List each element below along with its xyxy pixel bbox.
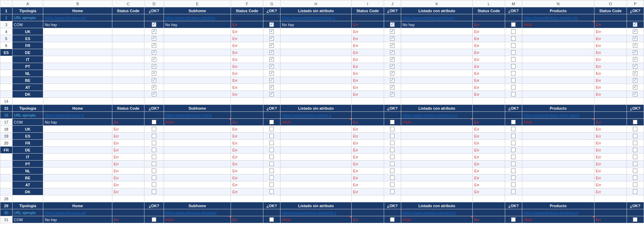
es-url-listadosin[interactable]: https://www.drinksco.es/vinos:1	[280, 14, 352, 21]
es-url-home[interactable]: https://www.drinksco.es/	[43, 14, 112, 21]
de-com-ok3	[384, 216, 401, 223]
de-header-ok3: ¿OK?	[384, 202, 401, 209]
de-url-subhome[interactable]: https://www.drinksco.de/weine	[164, 209, 231, 216]
fr-es-name: ES	[12, 133, 43, 140]
header-ok1: ¿OK?	[144, 7, 164, 14]
row-num-15: 15	[0, 105, 13, 112]
fr-url-statuscode1	[112, 112, 144, 119]
es-de-statuscode2: Err	[231, 49, 263, 56]
fr-url-listadosin[interactable]: https://www.drinksco.fr/vins:1	[280, 112, 352, 119]
es-url-subhome[interactable]: https://www.drinksco.es/vinos	[164, 14, 231, 21]
fr-url-tipologia: URL ejemplo	[12, 112, 43, 119]
es-it-ok2	[263, 56, 280, 63]
col-header-H: G	[263, 0, 280, 7]
header-statuscode3: Status Code	[352, 7, 384, 14]
es-uk-subhome	[164, 28, 231, 35]
row-13-es-dk: DK Err Err Err Err	[0, 91, 644, 98]
header-statuscode1: Status Code	[112, 7, 144, 14]
es-com-ok4	[505, 21, 522, 28]
es-dk-listadocon	[401, 91, 473, 98]
col-header-C: B	[43, 0, 112, 7]
de-url-producto[interactable]: https://www.drinksco.de/ribera-d	[522, 209, 594, 216]
es-fr-producto	[522, 42, 594, 49]
es-fr-ok4	[505, 42, 522, 49]
fr-it-name: IT	[12, 154, 43, 161]
es-be-statuscode3: Err	[352, 77, 384, 84]
row-num-9	[0, 63, 13, 70]
es-url-listadocon[interactable]: https://www.drinksco.es/vinos:t	[401, 14, 473, 21]
fr-url-home[interactable]: https://www.drinksco.fr/	[43, 112, 112, 119]
fr-url-listadocon[interactable]: https://www.drinksco.fr/vins:t:rou	[401, 112, 473, 119]
es-at-home	[43, 84, 112, 91]
de-url-statuscode3	[352, 209, 384, 216]
es-es-ok3	[384, 35, 401, 42]
fr-section-label: FR	[0, 147, 13, 154]
de-header-ok2: ¿OK?	[263, 202, 280, 209]
es-be-statuscode5: Err	[594, 77, 627, 84]
es-pt-statuscode3: Err	[352, 63, 384, 70]
de-header-ok1: ¿OK?	[144, 202, 164, 209]
de-header-ok5: ¿OK?	[627, 202, 644, 209]
es-at-statuscode5: Err	[594, 84, 627, 91]
es-es-statuscode4: Err	[473, 35, 505, 42]
fr-com-listadocon: #N/A	[401, 119, 473, 126]
de-com-ok2	[263, 216, 280, 223]
col-header-N: M	[505, 0, 522, 7]
es-url-producto[interactable]: https://www.drinksco.es/vino-rib	[522, 14, 594, 21]
de-com-ok4	[505, 216, 522, 223]
es-dk-statuscode5: Err	[594, 91, 627, 98]
fr-at-name: AT	[12, 181, 43, 188]
es-es-home	[43, 35, 112, 42]
row-6-es-fr: 6 FR Err Err Err Err	[0, 42, 644, 49]
es-it-statuscode4: Err	[473, 56, 505, 63]
es-fr-statuscode5: Err	[594, 42, 627, 49]
es-it-ok1	[144, 56, 164, 63]
col-header-E: D	[144, 0, 164, 7]
es-url-tipologia: URL ejemplo	[12, 14, 43, 21]
es-de-ok4	[505, 49, 522, 56]
fr-url-producto[interactable]: https://www.drinksco.fr/vin-ribera	[522, 112, 594, 119]
es-dk-home	[43, 91, 112, 98]
de-url-ok5	[627, 209, 644, 216]
es-uk-ok5	[627, 28, 644, 35]
de-url-listadosin[interactable]: https://www.drinksco.de/weine:1	[280, 209, 352, 216]
fr-header-subhome: Subhome	[164, 105, 231, 112]
es-it-ok3	[384, 56, 401, 63]
row-num-30: 30	[0, 209, 13, 216]
row-num-7: ES	[0, 49, 13, 56]
es-be-statuscode4: Err	[473, 77, 505, 84]
es-com-ok3	[384, 21, 401, 28]
row-num-1: 1	[0, 7, 13, 14]
es-it-ok4	[505, 56, 522, 63]
de-url-listadocon[interactable]: https://www.drinksco.de/weine:t	[401, 209, 473, 216]
es-pt-name: PT	[12, 63, 43, 70]
es-at-statuscode3: Err	[352, 84, 384, 91]
de-header-statuscode3	[352, 202, 384, 209]
col-header-D: C	[112, 0, 144, 7]
de-url-home[interactable]: https://www.drinksco.de/	[43, 209, 112, 216]
es-com-ok5	[627, 21, 644, 28]
es-de-name: DE	[12, 49, 43, 56]
de-com-statuscode2: Err	[231, 216, 263, 223]
es-fr-home	[43, 42, 112, 49]
es-es-subhome	[164, 35, 231, 42]
es-de-subhome	[164, 49, 231, 56]
fr-url-subhome[interactable]: https://www.drinksco.fr/vins	[164, 112, 231, 119]
es-uk-statuscode3: Err	[352, 28, 384, 35]
de-url-ok3	[384, 209, 401, 216]
es-it-statuscode5: Err	[594, 56, 627, 63]
de-url-ok1	[144, 209, 164, 216]
de-header-subhome: Subhome	[164, 202, 231, 209]
row-num-24	[0, 167, 13, 174]
es-dk-statuscode1	[112, 91, 144, 98]
row-29-de-header: 29 Tipología Home ¿OK? Subhome ¿OK? List…	[0, 202, 644, 209]
es-nl-statuscode1	[112, 70, 144, 77]
es-nl-ok1	[144, 70, 164, 77]
es-nl-name: NL	[12, 70, 43, 77]
fr-com-ok4	[505, 119, 522, 126]
header-tipologia: Tipología	[12, 7, 43, 14]
es-be-listadosin	[280, 77, 352, 84]
es-uk-statuscode5: Err	[594, 28, 627, 35]
es-url-ok5	[627, 14, 644, 21]
fr-com-subhome: #N/A	[164, 119, 231, 126]
